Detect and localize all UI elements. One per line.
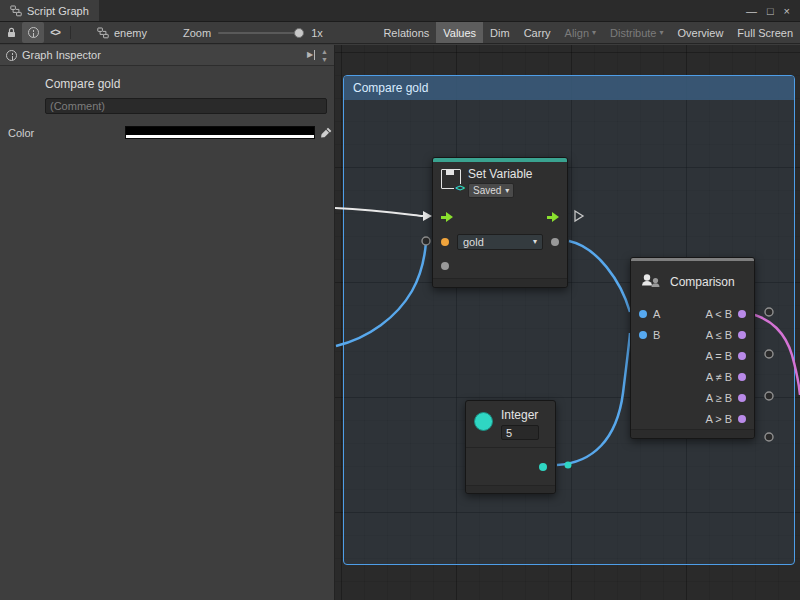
comparison-row: A A < B [631,303,754,324]
lock-button[interactable] [0,22,22,43]
comparison-icon [640,271,662,293]
align-button[interactable]: Align▾ [558,22,603,43]
output-port-greater-equal[interactable] [738,394,746,402]
output-port-less[interactable] [738,310,746,318]
output-label: A ≥ B [706,392,732,404]
comparison-header: Comparison [631,261,754,303]
set-variable-header: <> Set Variable Saved ▾ [433,162,567,204]
wire-flow-input[interactable] [335,208,423,216]
comment-input[interactable] [45,98,327,114]
inspector-header: Graph Inspector ▶ ▲ ▼ [0,45,334,66]
variable-name-row: gold ▾ [433,230,567,254]
tab-script-graph[interactable]: Script Graph [0,0,99,21]
wire-arrowhead-icon [423,211,432,221]
inspector-title: Graph Inspector [22,49,101,61]
unconnected-port-circle[interactable] [765,350,773,358]
flow-input-port[interactable] [441,212,453,222]
flow-output-port[interactable] [547,212,559,222]
integer-header: Integer 5 [466,401,555,447]
graph-ref-icon [97,27,109,39]
output-port-less-equal[interactable] [738,331,746,339]
inspector-toggle-button[interactable] [22,22,44,43]
node-title: Comparison [670,275,735,289]
input-label-a: A [653,308,667,320]
relations-button[interactable]: Relations [376,22,436,43]
close-button[interactable]: × [779,5,795,17]
dim-button[interactable]: Dim [483,22,517,43]
dim-label: Dim [490,27,510,39]
unconnected-port-circle[interactable] [765,392,773,400]
code-icon: <> [454,184,465,193]
graph-breadcrumb[interactable]: enemy [97,27,147,39]
comparison-row: A ≠ B [631,366,754,387]
node-integer[interactable]: Integer 5 [465,400,556,494]
wire-integer-to-comparison-b[interactable] [557,333,630,465]
wire-to-setvariable-input[interactable] [336,242,426,346]
node-title: Integer [501,408,539,422]
node-footer [631,429,754,438]
output-label: A = B [705,350,732,362]
output-port-not-equal[interactable] [738,373,746,381]
comparison-row: B A ≤ B [631,324,754,345]
flow-port-row [433,204,567,230]
input-port-row [433,254,567,278]
scroll-down-icon[interactable]: ▼ [321,56,328,63]
values-label: Values [443,27,476,39]
overview-button[interactable]: Overview [671,22,731,43]
save-variable-icon: <> [441,169,461,189]
integer-output-row [466,447,555,485]
title-bar: Script Graph — □ × [0,0,800,22]
code-preview-button[interactable]: <> [44,22,66,43]
dock-expand-icon[interactable]: ▶ [307,50,315,60]
wire-setvariable-to-comparison-a[interactable] [569,241,630,312]
scroll-arrows[interactable]: ▲ ▼ [321,48,328,63]
input-port-a[interactable] [639,310,647,318]
wire-endpoint-dot[interactable] [565,462,572,469]
graph-canvas[interactable]: Compare gold [335,45,800,600]
comparison-row: A ≥ B [631,387,754,408]
variable-name-dropdown[interactable]: gold ▾ [457,234,543,250]
tab-title: Script Graph [27,5,89,17]
value-output-port[interactable] [551,238,559,246]
carry-button[interactable]: Carry [517,22,558,43]
graph-ref-label: enemy [114,27,147,39]
distribute-button[interactable]: Distribute▾ [603,22,670,43]
node-comparison[interactable]: Comparison A A < B B A ≤ B A = B [630,257,755,439]
value-input-port[interactable] [441,238,449,246]
unconnected-port-circle[interactable] [422,237,430,245]
variable-name-label: gold [463,236,484,248]
full-screen-button[interactable]: Full Screen [730,22,800,43]
values-button[interactable]: Values [436,22,483,43]
unconnected-port-circle[interactable] [765,308,773,316]
output-port-equal[interactable] [738,352,746,360]
node-set-variable[interactable]: <> Set Variable Saved ▾ [432,157,568,288]
graph-inspector-panel: Graph Inspector ▶ ▲ ▼ Compare gold Color [0,45,335,600]
alpha-strip [126,135,314,138]
overview-label: Overview [678,27,724,39]
unconnected-flow-triangle[interactable] [575,211,583,221]
scroll-up-icon[interactable]: ▲ [321,48,328,55]
variable-scope-dropdown[interactable]: Saved ▾ [468,183,514,198]
unconnected-port-circle[interactable] [765,433,773,441]
zoom-slider-handle[interactable] [294,28,304,38]
zoom-value: 1x [311,27,323,39]
toolbar-buttons: Relations Values Dim Carry Align▾ Distri… [376,22,800,43]
unity-window: Script Graph — □ × <> ene [0,0,800,600]
scope-label: Saved [473,185,501,196]
eyedropper-button[interactable] [320,126,333,139]
output-port-greater[interactable] [738,415,746,423]
maximize-button[interactable]: □ [762,5,779,17]
input-port-b[interactable] [639,331,647,339]
zoom-control: Zoom 1x [183,27,323,39]
minimize-button[interactable]: — [741,5,762,17]
color-field[interactable] [125,126,315,139]
integer-output-port[interactable] [539,463,547,471]
output-label: A > B [705,413,732,425]
relations-label: Relations [383,27,429,39]
assign-input-port[interactable] [441,262,449,270]
script-graph-icon [10,5,22,17]
integer-value-field[interactable]: 5 [501,425,539,440]
zoom-slider[interactable] [218,32,304,34]
code-icon: <> [50,27,60,38]
chevron-down-icon: ▾ [592,29,596,37]
